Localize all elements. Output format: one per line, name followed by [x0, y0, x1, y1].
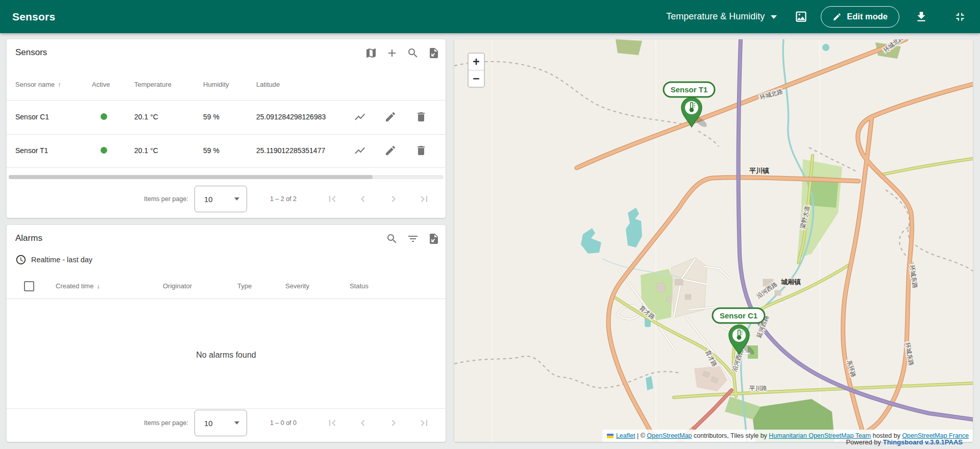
page-range-label: 1 – 2 of 2: [270, 195, 297, 203]
prev-page-button[interactable]: [357, 417, 369, 429]
sensors-widget-title: Sensors: [15, 47, 47, 58]
leaflet-link[interactable]: Leaflet: [616, 432, 635, 439]
sensors-widget: Sensors Sensor name↑ Active Temperature …: [7, 39, 446, 218]
download-dashboard-button[interactable]: [914, 9, 929, 24]
column-header-temperature[interactable]: Temperature: [134, 81, 172, 88]
items-per-page-label: Items per page:: [144, 419, 188, 427]
leaflet-map[interactable]: 环城北路 环城北路 平川镇 城厢镇 梁野大道 沿河西路 沿河西路 延河西路 环城…: [454, 39, 973, 442]
dashboard-state-label: Temperature & Humidity: [666, 11, 765, 22]
filter-icon: [407, 233, 419, 245]
delete-row-button[interactable]: [415, 144, 427, 157]
pencil-icon: [832, 12, 842, 21]
export-button[interactable]: [427, 232, 440, 245]
map-view-button[interactable]: [364, 46, 378, 60]
chevron-down-icon: [234, 421, 239, 425]
page-title: Sensors: [12, 11, 55, 23]
trash-icon: [415, 111, 427, 123]
chart-icon: [354, 111, 366, 123]
search-button[interactable]: [406, 46, 420, 60]
pencil-icon: [384, 111, 397, 123]
marker-label: Sensor T1: [671, 85, 708, 94]
sensors-pagination: Items per page: 10 1 – 2 of 2: [7, 183, 446, 215]
column-header-created-time[interactable]: Created time↓: [56, 282, 100, 290]
alarms-widget: Alarms Realtime - last day Created time↓…: [7, 225, 446, 442]
column-header-status[interactable]: Status: [350, 282, 369, 290]
select-all-checkbox[interactable]: [24, 281, 34, 291]
prev-page-button[interactable]: [357, 193, 369, 205]
map-widget[interactable]: 环城北路 环城北路 平川镇 城厢镇 梁野大道 沿河西路 沿河西路 延河西路 环城…: [454, 39, 973, 442]
chevron-down-icon: [234, 197, 239, 201]
osm-link[interactable]: OpenStreetMap: [647, 432, 692, 439]
last-page-button[interactable]: [418, 193, 430, 205]
table-row[interactable]: Sensor T1 20.1 °C 59 % 25.11901228535147…: [7, 134, 446, 167]
town-label: 平川镇: [749, 167, 769, 174]
search-button[interactable]: [385, 232, 399, 245]
timeseries-chart-button[interactable]: [354, 111, 366, 123]
page-size-value: 10: [204, 195, 234, 204]
column-header-originator[interactable]: Originator: [163, 282, 192, 290]
plus-icon: [386, 47, 398, 59]
first-page-button[interactable]: [326, 417, 338, 429]
column-header-sensor-name[interactable]: Sensor name↑: [15, 81, 61, 88]
marker-label: Sensor C1: [720, 311, 757, 320]
town-label: 城厢镇: [780, 278, 801, 286]
last-page-icon: [418, 417, 430, 429]
sensor-temperature: 20.1 °C: [134, 146, 158, 155]
column-header-active[interactable]: Active: [92, 81, 110, 88]
chevron-left-icon: [357, 417, 369, 429]
street-label: 平川路: [749, 385, 767, 391]
chevron-left-icon: [357, 193, 369, 205]
active-status-dot: [101, 113, 107, 120]
delete-row-button[interactable]: [415, 111, 427, 123]
chevron-down-icon: [771, 15, 777, 19]
first-page-button[interactable]: [326, 193, 338, 205]
page-range-label: 1 – 0 of 0: [270, 419, 297, 427]
scrollbar-thumb[interactable]: [9, 175, 373, 179]
export-button[interactable]: [427, 46, 440, 60]
zoom-out-button[interactable]: −: [469, 70, 484, 87]
timeseries-chart-button[interactable]: [354, 144, 366, 157]
sensor-latitude: 25.091284298126983: [256, 113, 326, 121]
add-entity-button[interactable]: [385, 46, 399, 60]
search-icon: [386, 233, 398, 245]
column-header-severity[interactable]: Severity: [285, 282, 309, 290]
edit-mode-button[interactable]: Edit mode: [821, 6, 899, 28]
thingsboard-version-link[interactable]: Thingsboard v.3.9.1PAAS: [883, 438, 963, 446]
no-alarms-message: No alarms found: [7, 351, 446, 360]
column-header-humidity[interactable]: Humidity: [203, 81, 229, 88]
next-page-button[interactable]: [387, 417, 400, 429]
page-size-select[interactable]: 10: [194, 186, 247, 212]
image-icon: [794, 10, 808, 23]
header-bar: Sensors Temperature & Humidity Edit mode: [0, 0, 980, 33]
clock-icon: [15, 254, 27, 265]
download-icon: [915, 10, 928, 23]
image-gallery-button[interactable]: [793, 9, 808, 24]
sort-asc-icon: ↑: [58, 81, 61, 88]
timewindow-label: Realtime - last day: [31, 256, 92, 264]
next-page-button[interactable]: [387, 193, 400, 205]
column-header-latitude[interactable]: Latitude: [256, 81, 280, 88]
chevron-right-icon: [387, 193, 400, 205]
sensor-latitude: 25.119012285351477: [256, 146, 325, 155]
edit-row-button[interactable]: [384, 144, 397, 157]
zoom-in-button[interactable]: +: [469, 54, 484, 70]
horizontal-scrollbar: [9, 175, 444, 179]
file-export-icon: [428, 233, 440, 245]
edit-row-button[interactable]: [384, 111, 397, 123]
last-page-button[interactable]: [418, 417, 430, 429]
exit-fullscreen-button[interactable]: [952, 9, 968, 24]
active-status-dot: [101, 147, 107, 154]
sensor-humidity: 59 %: [203, 146, 219, 155]
column-header-type[interactable]: Type: [237, 282, 252, 290]
filter-button[interactable]: [406, 232, 420, 245]
chart-icon: [354, 144, 366, 157]
dashboard-state-select[interactable]: Temperature & Humidity: [666, 11, 777, 22]
chevron-right-icon: [387, 417, 400, 429]
file-export-icon: [428, 47, 440, 59]
table-row[interactable]: Sensor C1 20.1 °C 59 % 25.09128429812698…: [7, 100, 446, 134]
page-size-select[interactable]: 10: [194, 410, 247, 436]
fullscreen-exit-icon: [953, 10, 967, 23]
timewindow-button[interactable]: Realtime - last day: [15, 254, 92, 265]
sensor-name: Sensor T1: [15, 146, 48, 155]
sensor-name: Sensor C1: [15, 113, 49, 121]
